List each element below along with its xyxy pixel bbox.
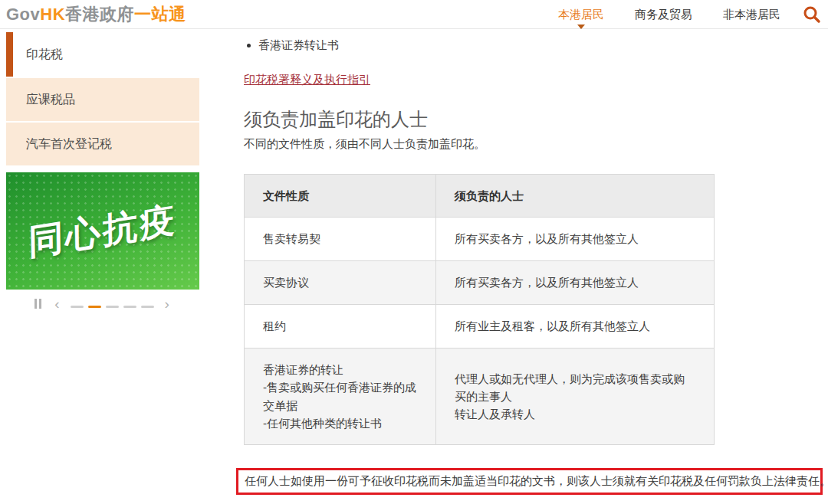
carousel-dash[interactable] (106, 306, 119, 308)
bullet-item-text: 香港证券转让书 (258, 38, 339, 53)
table-header-row: 文件性质 须负责的人士 (245, 175, 715, 218)
page-title: 须负责加盖印花的人士 (244, 107, 428, 132)
audience-nav: 本港居民 商务及贸易 非本港居民 (558, 0, 780, 29)
govhk-logo[interactable]: GovHK香港政府一站通 (6, 3, 186, 26)
cell-line: 代理人或如无代理人，则为完成该项售卖或购买的主事人 (455, 370, 695, 406)
carousel-dash[interactable] (141, 306, 154, 308)
cell-person: 所有买卖各方，以及所有其他签立人 (436, 261, 715, 305)
sidebar-item-dutiable-commodities[interactable]: 应课税品 (6, 77, 199, 121)
liability-note-highlighted: 任何人士如使用一份可予征收印花税而未加盖适当印花的文书，则该人士须就有关印花税及… (236, 468, 823, 495)
pause-icon[interactable] (34, 299, 41, 309)
cell-document: 买卖协议 (245, 261, 436, 305)
sidebar-item-label: 印花税 (26, 47, 63, 63)
chevron-down-icon (577, 25, 585, 29)
bullet-list-item: 香港证券转让书 (247, 38, 339, 53)
cell-line: -任何其他种类的转让书 (263, 414, 417, 432)
nav-item-business[interactable]: 商务及贸易 (635, 8, 692, 22)
carousel-dash[interactable] (123, 306, 136, 308)
logo-gov: Gov (6, 5, 40, 24)
table-row: 香港证券的转让 -售卖或购买任何香港证券的成交单据 -任何其他种类的转让书 代理… (245, 349, 715, 445)
cell-person: 所有业主及租客，以及所有其他签立人 (436, 305, 715, 349)
nav-item-label: 商务及贸易 (635, 8, 692, 21)
intro-paragraph: 不同的文件性质，须由不同人士负责加盖印花。 (244, 137, 485, 152)
cell-line: 香港证券的转让 (263, 361, 417, 378)
sidebar-nav: 印花税 应课税品 汽车首次登记税 (6, 32, 199, 165)
banner-carousel-controls: ‹ › (6, 290, 199, 318)
column-header-person: 须负责的人士 (436, 175, 715, 218)
cell-person: 所有买卖各方，以及所有其他签立人 (436, 218, 715, 261)
carousel-dashes (68, 297, 156, 311)
logo-cn-orange: 一站通 (134, 5, 186, 24)
bullet-icon (247, 44, 251, 47)
search-icon (802, 5, 822, 25)
govhk-page: GovHK香港政府一站通 本港居民 商务及贸易 非本港居民 印花税 (0, 0, 828, 504)
sidebar-item-label: 汽车首次登记税 (26, 136, 112, 152)
cell-document: 售卖转易契 (245, 218, 436, 261)
cell-document: 香港证券的转让 -售卖或购买任何香港证券的成交单据 -任何其他种类的转让书 (245, 349, 436, 445)
logo-hk: HK (40, 5, 65, 24)
cell-document: 租约 (245, 305, 436, 349)
top-header: GovHK香港政府一站通 本港居民 商务及贸易 非本港居民 (0, 0, 828, 29)
carousel-next-icon[interactable]: › (163, 296, 171, 311)
sidebar-item-stamp-duty[interactable]: 印花税 (6, 32, 199, 77)
table-row: 租约 所有业主及租客，以及所有其他签立人 (245, 305, 715, 349)
cell-person: 代理人或如无代理人，则为完成该项售卖或购买的主事人 转让人及承转人 (436, 349, 715, 445)
promo-banner[interactable]: 同心抗疫 (6, 172, 199, 290)
cell-line: 转让人及承转人 (455, 405, 695, 423)
nav-item-label: 非本港居民 (723, 8, 780, 21)
interpretation-guidelines-link[interactable]: 印花税署释义及执行指引 (244, 73, 370, 87)
table-row: 买卖协议 所有买卖各方，以及所有其他签立人 (245, 261, 715, 305)
banner-slogan: 同心抗疫 (28, 195, 178, 267)
carousel-prev-icon[interactable]: ‹ (53, 296, 61, 311)
nav-item-label: 本港居民 (558, 8, 604, 21)
liable-persons-table: 文件性质 须负责的人士 售卖转易契 所有买卖各方，以及所有其他签立人 买卖协议 … (244, 174, 715, 445)
nav-item-residents[interactable]: 本港居民 (558, 8, 604, 22)
cell-line: -售卖或购买任何香港证券的成交单据 (263, 378, 417, 414)
sidebar-item-first-registration-tax[interactable]: 汽车首次登记税 (6, 121, 199, 165)
logo-cn-gray: 香港政府 (65, 5, 134, 24)
sidebar-item-label: 应课税品 (26, 92, 75, 108)
carousel-dash[interactable] (88, 306, 101, 308)
table-row: 售卖转易契 所有买卖各方，以及所有其他签立人 (245, 218, 715, 261)
search-button[interactable] (802, 5, 822, 25)
carousel-dash[interactable] (71, 306, 84, 308)
nav-item-non-residents[interactable]: 非本港居民 (723, 8, 780, 22)
column-header-document: 文件性质 (245, 175, 436, 218)
